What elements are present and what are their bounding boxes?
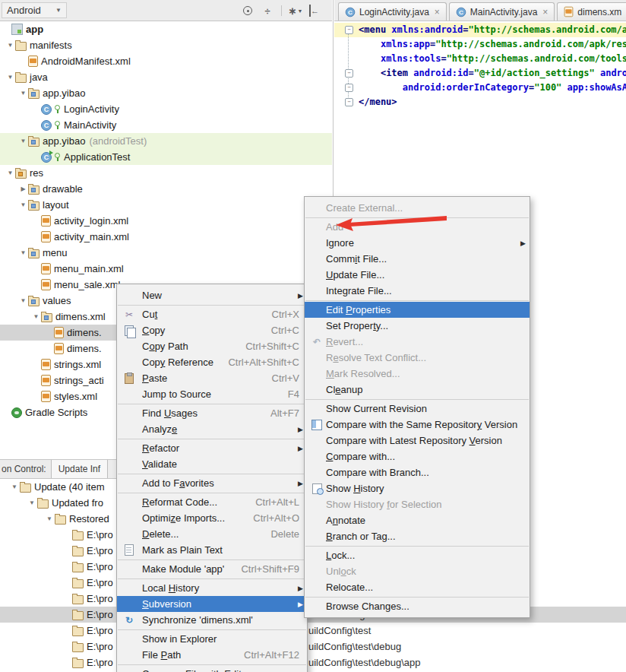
menu-item-synchronize-dimens-xml[interactable]: ↻Synchronize 'dimens.xml' bbox=[117, 612, 307, 628]
menu-item-show-history[interactable]: Show History bbox=[305, 480, 530, 496]
vc-item-label: E:\pro bbox=[87, 609, 113, 620]
fold-marker-icon[interactable]: − bbox=[345, 98, 353, 106]
menu-item-branch-or-tag[interactable]: Branch or Tag... bbox=[305, 528, 530, 544]
tree-item-res[interactable]: ▼res bbox=[0, 165, 332, 181]
tree-item-java[interactable]: ▼java bbox=[0, 69, 332, 85]
menu-item-copy-reference[interactable]: Copy ReferenceCtrl+Alt+Shift+C bbox=[117, 354, 307, 370]
vc-tree-item-uildconfig-test-debug[interactable]: E:\prouildConfig\test\debug bbox=[0, 639, 626, 655]
menu-item-show-current-revision[interactable]: Show Current Revision bbox=[305, 401, 530, 417]
menu-item-ignore[interactable]: Ignore▶ bbox=[305, 235, 530, 251]
collapse-arrow-icon[interactable]: ▶ bbox=[18, 185, 28, 192]
code-line: xmlns:app="http://schemas.android.com/ap… bbox=[334, 37, 626, 52]
menu-item-compare-with[interactable]: Compare with... bbox=[305, 449, 530, 464]
menu-item-cleanup[interactable]: Cleanup bbox=[305, 382, 530, 398]
tab-update-info[interactable]: Update Inf bbox=[51, 460, 108, 478]
menu-item-browse-changes[interactable]: Browse Changes... bbox=[305, 598, 530, 614]
expand-arrow-icon[interactable]: ▼ bbox=[9, 483, 20, 490]
menu-item-validate[interactable]: Validate bbox=[117, 456, 307, 472]
tree-item-app[interactable]: app bbox=[0, 21, 332, 37]
menu-item-copy-path[interactable]: Copy PathCtrl+Shift+C bbox=[117, 338, 307, 354]
tree-item-activity-login-xml[interactable]: activity_login.xml bbox=[0, 213, 332, 229]
tree-item-menu[interactable]: ▼menu bbox=[0, 245, 332, 261]
expand-arrow-icon[interactable]: ▼ bbox=[18, 138, 28, 144]
menu-item-lock[interactable]: Lock... bbox=[305, 547, 530, 563]
expand-arrow-icon[interactable]: ▼ bbox=[18, 90, 28, 97]
settings-gear-icon[interactable]: ∗▼ bbox=[289, 5, 302, 17]
menu-item-edit-properties[interactable]: Edit Properties bbox=[305, 302, 530, 318]
tree-item-layout[interactable]: ▼layout bbox=[0, 197, 332, 213]
expand-arrow-icon[interactable]: ▼ bbox=[5, 74, 15, 81]
tree-item-drawable[interactable]: ▶drawable bbox=[0, 181, 332, 197]
menu-item-jump-to-source[interactable]: Jump to SourceF4 bbox=[117, 386, 307, 402]
code-line: <menu xmlns:android="http://schemas.andr… bbox=[334, 23, 626, 37]
menu-item-commit-file[interactable]: Commit File... bbox=[305, 251, 530, 267]
menu-item-relocate[interactable]: Relocate... bbox=[305, 579, 530, 595]
menu-item-subversion[interactable]: Subversion▶ bbox=[117, 596, 307, 612]
menu-item-label: Browse Changes... bbox=[326, 601, 409, 612]
tree-item-activity-main-xml[interactable]: activity_main.xml bbox=[0, 229, 332, 245]
menu-item-integrate-file[interactable]: Integrate File... bbox=[305, 283, 530, 299]
folder-icon bbox=[72, 643, 84, 652]
menu-item-find-usages[interactable]: Find UsagesAlt+F7 bbox=[117, 405, 307, 421]
menu-shortcut: Ctrl+Alt+L bbox=[255, 496, 299, 508]
tree-item-manifests[interactable]: ▼manifests bbox=[0, 37, 332, 53]
expand-arrow-icon[interactable]: ▼ bbox=[27, 499, 37, 506]
locate-icon[interactable] bbox=[242, 5, 254, 17]
menu-item-new[interactable]: New▶ bbox=[117, 287, 307, 303]
menu-item-set-property[interactable]: Set Property... bbox=[305, 318, 530, 334]
tree-item-label: Gradle Scripts bbox=[25, 407, 87, 418]
tree-item-applicationtest[interactable]: CApplicationTest bbox=[0, 149, 332, 165]
tree-item-app-yibao[interactable]: ▼app.yibao bbox=[0, 85, 332, 101]
vc-tree-item-uildconfig-test[interactable]: E:\prouildConfig\test bbox=[0, 623, 626, 639]
tree-item-menu-main-xml[interactable]: menu_main.xml bbox=[0, 261, 332, 277]
tree-item-app-yibao-androidtest[interactable]: ▼app.yibao(androidTest) bbox=[0, 133, 332, 149]
menu-item-add-to-favorites[interactable]: Add to Favorites▶ bbox=[117, 475, 307, 491]
menu-item-paste[interactable]: PasteCtrl+V bbox=[117, 370, 307, 386]
menu-item-analyze[interactable]: Analyze▶ bbox=[117, 421, 307, 437]
menu-item-copy[interactable]: CopyCtrl+C bbox=[117, 322, 307, 338]
tab-loginactivity-java[interactable]: CLoginActivity.java× bbox=[338, 2, 447, 21]
tab-dimens-xm[interactable]: dimens.xm bbox=[557, 2, 626, 21]
collapse-all-icon[interactable]: ÷ bbox=[261, 5, 273, 17]
expand-arrow-icon[interactable]: ▼ bbox=[18, 249, 28, 256]
vc-item-label: Updated fro bbox=[52, 497, 103, 509]
menu-item-compare-with-the-same-repository-version[interactable]: Compare with the Same Repository Version bbox=[305, 417, 530, 433]
tab-mainactivity-java[interactable]: CMainActivity.java× bbox=[449, 2, 555, 21]
hide-panel-icon[interactable]: ← bbox=[309, 5, 320, 17]
menu-item-compare-with-latest-repository-version[interactable]: Compare with Latest Repository Version bbox=[305, 433, 530, 449]
context-menu: New▶✂CutCtrl+XCopyCtrl+CCopy PathCtrl+Sh… bbox=[116, 284, 308, 672]
menu-item-refactor[interactable]: Refactor▶ bbox=[117, 440, 307, 456]
menu-item-file-path[interactable]: File PathCtrl+Alt+F12 bbox=[117, 647, 307, 663]
fold-marker-icon[interactable]: − bbox=[345, 26, 353, 34]
menu-item-show-in-explorer[interactable]: Show in Explorer bbox=[117, 631, 307, 647]
menu-item-compare-file-with-editor[interactable]: Compare File with Editor bbox=[117, 666, 307, 672]
menu-item-annotate[interactable]: Annotate bbox=[305, 512, 530, 528]
tree-item-androidmanifest-xml[interactable]: AndroidManifest.xml bbox=[0, 53, 332, 69]
fold-marker-icon[interactable]: − bbox=[345, 84, 353, 92]
tree-item-label: menu_main.xml bbox=[54, 263, 124, 274]
expand-arrow-icon[interactable]: ▼ bbox=[18, 297, 28, 304]
expand-arrow-icon[interactable]: ▼ bbox=[44, 515, 55, 522]
project-view-selector[interactable]: Android ▼ bbox=[2, 2, 67, 18]
menu-item-make-module-app[interactable]: Make Module 'app'Ctrl+Shift+F9 bbox=[117, 561, 307, 577]
expand-arrow-icon[interactable]: ▼ bbox=[5, 170, 15, 176]
close-icon[interactable]: × bbox=[542, 7, 548, 17]
tree-item-mainactivity[interactable]: CMainActivity bbox=[0, 117, 332, 133]
vc-item-label: E:\pro bbox=[87, 529, 113, 540]
menu-item-update-file[interactable]: Update File... bbox=[305, 267, 530, 283]
close-icon[interactable]: × bbox=[435, 7, 440, 17]
fold-marker-icon[interactable]: − bbox=[345, 69, 353, 78]
vc-tree-item-uildconfig-test-debug-app[interactable]: E:\prouildConfig\test\debug\app bbox=[0, 655, 626, 670]
menu-item-mark-as-plain-text[interactable]: Mark as Plain Text bbox=[117, 542, 307, 558]
tree-item-loginactivity[interactable]: CLoginActivity bbox=[0, 101, 332, 117]
menu-item-local-history[interactable]: Local History▶ bbox=[117, 580, 307, 596]
menu-item-optimize-imports[interactable]: Optimize Imports...Ctrl+Alt+O bbox=[117, 510, 307, 526]
expand-arrow-icon[interactable]: ▼ bbox=[31, 313, 41, 320]
expand-arrow-icon[interactable]: ▼ bbox=[5, 42, 15, 49]
tree-item-label: manifests bbox=[30, 40, 72, 51]
expand-arrow-icon[interactable]: ▼ bbox=[18, 201, 28, 208]
menu-item-reformat-code[interactable]: Reformat Code...Ctrl+Alt+L bbox=[117, 494, 307, 510]
menu-item-cut[interactable]: ✂CutCtrl+X bbox=[117, 306, 307, 322]
menu-item-delete[interactable]: Delete...Delete bbox=[117, 526, 307, 542]
menu-item-compare-with-branch[interactable]: Compare with Branch... bbox=[305, 464, 530, 480]
